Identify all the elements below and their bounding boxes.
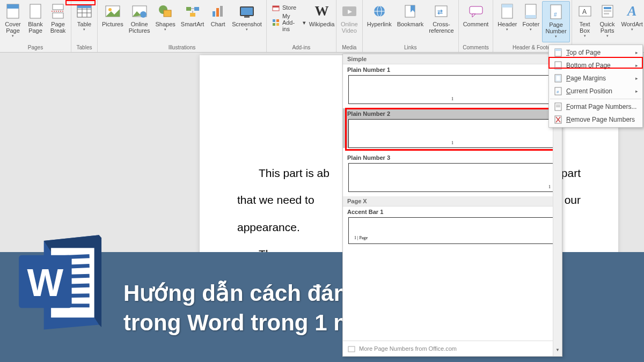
group-media-label: Media [336, 43, 362, 52]
svg-rect-57 [604, 13, 609, 14]
menu-separator [550, 99, 641, 99]
gallery-preview-3: 1 [348, 163, 557, 192]
page-break-icon [49, 3, 67, 20]
hyperlink-button[interactable]: Hyperlink [364, 1, 394, 42]
screenshot-icon [238, 3, 255, 20]
online-video-icon [341, 3, 358, 20]
comment-button[interactable]: Comment [460, 1, 492, 42]
page-number-button[interactable]: # PageNumber▾ [542, 1, 569, 42]
gallery-item-accent1[interactable]: Accent Bar 1 1 | Page [343, 206, 562, 244]
svg-rect-58 [348, 346, 355, 352]
svg-text:#: # [557, 90, 559, 94]
menu-page-margins[interactable]: Page Margins ▸ [550, 72, 641, 85]
online-pictures-label: OnlinePictures [129, 21, 150, 34]
svg-rect-4 [53, 13, 63, 18]
wordart-button[interactable]: A WordArt▾ [619, 1, 644, 48]
svg-rect-47 [502, 4, 513, 8]
page-number-icon: # [547, 3, 565, 20]
chart-label: Chart [211, 21, 225, 27]
shapes-label: Shapes [156, 21, 175, 27]
menu-bottom-of-page[interactable]: Bottom of Page ▸ [550, 59, 641, 72]
svg-text:#: # [554, 12, 557, 18]
bookmark-button[interactable]: Bookmark [394, 1, 427, 42]
page-top-icon [553, 48, 563, 57]
word-logo: W [15, 228, 106, 335]
menu-format-page-numbers[interactable]: Format Page Numbers... [550, 100, 641, 113]
pictures-button[interactable]: Pictures [99, 1, 126, 42]
svg-rect-3 [53, 4, 63, 10]
menu-bottom-label: Bottom of Page [566, 62, 611, 69]
group-tables: Table▾ Tables [71, 0, 98, 52]
group-comments-label: Comments [459, 43, 493, 52]
smartart-icon [184, 3, 201, 20]
store-button[interactable]: Store [272, 3, 306, 12]
menu-current-position[interactable]: # Current Position ▸ [550, 85, 641, 98]
menu-remove-page-numbers[interactable]: Remove Page Numbers [550, 113, 641, 126]
wordart-icon: A [624, 3, 641, 20]
svg-rect-23 [213, 11, 215, 17]
shapes-icon [157, 3, 174, 20]
top-highlight-marker [65, 0, 96, 5]
svg-rect-34 [276, 23, 279, 26]
online-video-label: OnlineVideo [341, 21, 358, 34]
format-icon [553, 102, 563, 111]
ribbon: CoverPage▾ BlankPage PageBreak Pages Tab… [0, 0, 644, 53]
svg-rect-18 [186, 7, 191, 11]
preview-number: 1 [548, 184, 551, 189]
svg-text:A: A [582, 8, 587, 16]
svg-rect-55 [604, 7, 611, 9]
gallery-item-plain3[interactable]: Plain Number 3 1 [343, 152, 562, 192]
svg-rect-2 [30, 4, 41, 18]
submenu-arrow-icon: ▸ [635, 50, 638, 55]
table-label: Table [77, 21, 91, 27]
comment-icon [467, 3, 485, 20]
svg-point-13 [108, 8, 112, 11]
svg-rect-25 [220, 6, 223, 17]
gallery-section-simple: Simple [343, 54, 562, 64]
shapes-button[interactable]: Shapes▾ [153, 1, 178, 42]
page-bottom-icon [553, 61, 563, 70]
gallery-item-plain2[interactable]: Plain Number 2 1 [343, 108, 562, 148]
store-icon [272, 3, 280, 12]
gallery-item-plain1[interactable]: Plain Number 1 1 [343, 64, 562, 104]
gallery-item-plain3-label: Plain Number 3 [343, 152, 562, 163]
crossref-button[interactable]: ⇄ Cross-reference [426, 1, 456, 42]
group-links: Hyperlink Bookmark ⇄ Cross-reference Lin… [363, 0, 459, 52]
online-video-button[interactable]: OnlineVideo [338, 1, 361, 42]
screenshot-button[interactable]: Screenshot▾ [229, 1, 265, 42]
footer-button[interactable]: Footer▾ [519, 1, 542, 42]
svg-marker-45 [472, 14, 475, 17]
gallery-item-plain1-label: Plain Number 1 [343, 64, 562, 75]
header-button[interactable]: Header▾ [495, 1, 519, 42]
menu-top-label: Top of Page [566, 49, 601, 56]
smartart-button[interactable]: SmartArt [178, 1, 207, 42]
svg-rect-20 [190, 13, 195, 17]
remove-icon [553, 115, 563, 124]
header-icon [499, 3, 516, 20]
smartart-label: SmartArt [181, 21, 204, 27]
quickparts-button[interactable]: QuickParts▾ [596, 1, 619, 48]
textbox-button[interactable]: A TextBox▾ [574, 1, 596, 48]
hyperlink-icon [371, 3, 388, 20]
online-pictures-button[interactable]: OnlinePictures [126, 1, 153, 42]
svg-rect-24 [216, 8, 219, 17]
menu-top-of-page[interactable]: Top of Page ▸ [550, 46, 641, 59]
page-break-button[interactable]: PageBreak [47, 1, 69, 42]
cover-page-icon [4, 3, 21, 20]
svg-rect-60 [555, 49, 561, 51]
gallery-footer-more[interactable]: More Page Numbers from Office.com [343, 341, 553, 356]
table-button[interactable]: Table▾ [73, 1, 96, 42]
online-pictures-icon [131, 3, 148, 20]
my-addins-button[interactable]: My Add-ins ▾ [272, 13, 306, 32]
scroll-down-arrow[interactable]: ▼ [553, 348, 562, 356]
submenu-arrow-icon: ▸ [635, 63, 638, 68]
page-number-label: PageNumber [545, 21, 566, 34]
svg-rect-30 [273, 6, 279, 8]
pictures-icon [104, 3, 121, 20]
menu-format-label: Format Page Numbers... [566, 103, 636, 110]
wikipedia-button[interactable]: W Wikipedia [309, 1, 334, 42]
chart-button[interactable]: Chart [207, 1, 229, 42]
cover-page-button[interactable]: CoverPage▾ [2, 1, 24, 42]
svg-point-15 [140, 11, 147, 18]
blank-page-button[interactable]: BlankPage [24, 1, 47, 42]
